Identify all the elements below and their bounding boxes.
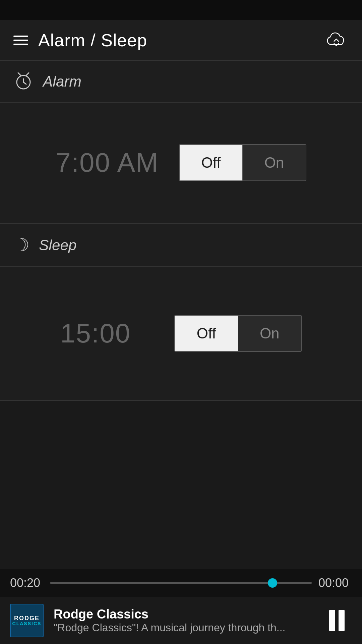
cloud-sync-icon[interactable] <box>325 31 349 49</box>
pause-bar-left <box>329 610 335 631</box>
pause-icon <box>329 610 345 631</box>
alarm-time: 7:00 AM <box>56 147 159 178</box>
progress-track[interactable] <box>50 582 312 584</box>
app-header: Alarm / Sleep <box>0 20 362 60</box>
sleep-toggle-off[interactable]: Off <box>175 316 238 351</box>
progress-start-time: 00:20 <box>10 576 44 590</box>
main-content: Alarm 7:00 AM Off On ☽ Sleep 15:00 Off O… <box>0 60 362 644</box>
pause-bar-right <box>339 610 345 631</box>
alarm-section-content: 7:00 AM Off On <box>0 103 362 223</box>
sleep-toggle[interactable]: Off On <box>174 315 302 352</box>
hamburger-menu-button[interactable] <box>13 36 28 45</box>
alarm-section-header: Alarm <box>0 60 362 103</box>
moon-icon: ☽ <box>13 234 29 256</box>
alarm-toggle[interactable]: Off On <box>179 144 306 181</box>
alarm-section-label: Alarm <box>43 73 81 90</box>
pause-button[interactable] <box>322 605 352 636</box>
status-bar <box>0 0 362 20</box>
progress-thumb <box>268 578 277 588</box>
page-title: Alarm / Sleep <box>38 30 147 50</box>
player-description: "Rodge Classics"! A musical journey thro… <box>54 622 312 634</box>
player-text: Rodge Classics "Rodge Classics"! A music… <box>54 607 312 634</box>
alarm-toggle-on[interactable]: On <box>243 145 306 180</box>
station-logo-bottom: CLASSICS <box>12 621 42 626</box>
alarm-toggle-off[interactable]: Off <box>180 145 243 180</box>
sleep-section-label: Sleep <box>39 237 77 254</box>
sleep-section-header: ☽ Sleep <box>0 223 362 267</box>
player-info: RODGE CLASSICS Rodge Classics "Rodge Cla… <box>0 597 362 644</box>
progress-container: 00:20 00:00 <box>0 569 362 597</box>
station-logo-top: RODGE <box>14 615 40 621</box>
player-bar: 00:20 00:00 RODGE CLASSICS Rodge Classic… <box>0 569 362 644</box>
sleep-toggle-on[interactable]: On <box>238 316 301 351</box>
station-name: Rodge Classics <box>54 607 312 622</box>
sleep-section-content: 15:00 Off On <box>0 267 362 401</box>
alarm-clock-icon <box>13 71 34 92</box>
sleep-time: 15:00 <box>60 318 154 349</box>
progress-fill <box>50 582 273 584</box>
station-logo: RODGE CLASSICS <box>10 604 44 637</box>
svg-line-2 <box>23 82 26 84</box>
progress-end-time: 00:00 <box>318 576 352 590</box>
